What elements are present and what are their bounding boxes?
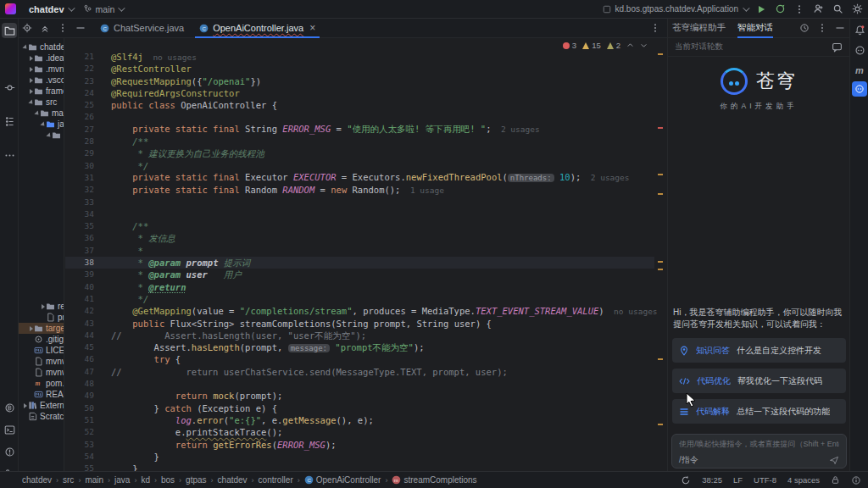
code-line-42[interactable]: 42 @GetMapping(value = "/completions/str… bbox=[65, 305, 654, 317]
code-line-54[interactable]: 54 } bbox=[65, 451, 654, 463]
code-line-50[interactable]: 50 } catch (Exception e) { bbox=[65, 402, 654, 414]
tree-item-.vscode[interactable]: .vscode bbox=[19, 75, 64, 86]
tree-item-chatdev[interactable]: chatdev bbox=[19, 42, 64, 53]
code-line-28[interactable]: 28 /** bbox=[65, 136, 654, 147]
tree-item-framework[interactable]: framework bbox=[19, 86, 64, 97]
commit-tool-icon[interactable] bbox=[2, 80, 17, 95]
code-line-25[interactable]: 25public class OpenAiController { bbox=[65, 99, 654, 111]
breadcrumb-item-controller[interactable]: controller bbox=[259, 475, 293, 485]
panel-kebab-icon[interactable] bbox=[817, 23, 827, 33]
tree-item-main[interactable]: main bbox=[19, 108, 64, 119]
code-line-24[interactable]: 24@RequiredArgsConstructor bbox=[65, 87, 654, 99]
code-line-41[interactable]: 41 */ bbox=[65, 293, 654, 305]
code-line-53[interactable]: 53 return getErrorRes(ERROR_MSG); bbox=[65, 439, 654, 451]
minimize-panel-icon[interactable] bbox=[835, 23, 845, 33]
code-line-23[interactable]: 23@RequestMapping({"/openai"}) bbox=[65, 75, 654, 87]
tree-item-src[interactable]: src bbox=[19, 97, 64, 108]
code-line-30[interactable]: 30 */ bbox=[65, 160, 654, 172]
code-line-49[interactable]: 49 return mock(prompt); bbox=[65, 390, 654, 402]
editor-tab-OpenAiController.java[interactable]: COpenAiController.java× bbox=[192, 19, 323, 37]
more-actions-kebab-icon[interactable] bbox=[794, 4, 804, 14]
suggestion-card-代码解释[interactable]: 代码解释总结一下这段代码的功能 bbox=[672, 399, 846, 424]
tree-item-mvnw.cmd[interactable]: mvnw.cmd bbox=[19, 367, 64, 378]
code-line-43[interactable]: 43 public Flux<String> streamCompletions… bbox=[65, 318, 654, 330]
new-chat-icon[interactable] bbox=[832, 42, 843, 53]
breadcrumb-item-kd[interactable]: kd bbox=[141, 475, 150, 485]
tree-item-java[interactable]: java bbox=[19, 119, 64, 130]
settings-gear-icon[interactable] bbox=[852, 3, 863, 14]
project-widget[interactable]: chatdev bbox=[24, 2, 78, 17]
code-editor[interactable]: 3 15 2 21@Slf4j no usages22@RestControll… bbox=[65, 38, 666, 471]
cangqiong-assistant-icon[interactable] bbox=[852, 81, 867, 97]
code-line-31[interactable]: 31 private static final Executor EXECUTO… bbox=[65, 172, 654, 184]
assistant-tab-智能对话[interactable]: 智能对话 bbox=[737, 19, 773, 37]
code-line-22[interactable]: 22@RestController bbox=[65, 63, 654, 75]
tree-item-.gitignore[interactable]: .gitignore bbox=[19, 334, 64, 345]
code-line-29[interactable]: 29 * 建议更换为自己业务的线程池 bbox=[65, 147, 654, 159]
problems-tool-icon[interactable] bbox=[2, 444, 17, 459]
code-line-27[interactable]: 27 private static final String ERROR_MSG… bbox=[65, 124, 654, 136]
build-tool-icon[interactable] bbox=[2, 400, 17, 415]
tree-item-mvnw[interactable]: mvnw bbox=[19, 356, 64, 367]
quick-command-placeholder[interactable]: /指令 bbox=[679, 454, 698, 466]
breadcrumb-item-streamCompletions[interactable]: mstreamCompletions bbox=[392, 475, 476, 485]
breadcrumb-item-src[interactable]: src bbox=[63, 475, 74, 485]
code-line-55[interactable]: 55 } bbox=[65, 463, 654, 471]
breadcrumb-item-java[interactable]: java bbox=[114, 475, 130, 485]
code-line-35[interactable]: 35 /** bbox=[65, 220, 654, 232]
code-line-32[interactable]: 32 private static final Random RANDOM = … bbox=[65, 184, 654, 196]
locate-file-icon[interactable] bbox=[22, 23, 32, 33]
prev-problem-icon[interactable] bbox=[626, 42, 634, 49]
tree-item-prompt[interactable]: prompt bbox=[19, 312, 64, 323]
tree-item-clipped[interactable] bbox=[19, 130, 64, 141]
terminal-tool-icon[interactable] bbox=[2, 422, 17, 437]
tree-item-LICENSE[interactable]: LICENSE bbox=[19, 345, 64, 356]
tree-item-Scratches and Consoles[interactable]: Scratches and Consoles bbox=[19, 411, 64, 422]
panel-options-kebab-icon[interactable] bbox=[58, 23, 68, 33]
readonly-lock-icon[interactable] bbox=[831, 475, 840, 485]
tree-item-resources[interactable]: resources bbox=[19, 301, 64, 312]
code-line-38[interactable]: 38 * @param prompt 提示词 bbox=[65, 257, 654, 269]
maven-tool-icon[interactable]: m bbox=[852, 63, 867, 78]
editor-tab-ChatService.java[interactable]: CChatService.java bbox=[92, 19, 192, 37]
file-encoding[interactable]: UTF-8 bbox=[754, 475, 776, 485]
tree-item-pom.xml[interactable]: mpom.xml bbox=[19, 378, 64, 389]
run-button[interactable] bbox=[756, 4, 766, 14]
code-line-48[interactable]: 48 bbox=[65, 378, 654, 390]
hide-panel-icon[interactable] bbox=[75, 23, 86, 33]
assistant-smiley-icon[interactable] bbox=[852, 42, 867, 58]
tree-item-.idea[interactable]: .idea bbox=[19, 53, 64, 64]
editor-options-kebab-icon[interactable] bbox=[650, 23, 667, 33]
project-tool-icon[interactable] bbox=[2, 23, 17, 38]
line-separator[interactable]: LF bbox=[733, 475, 743, 485]
inspections-widget[interactable]: 3 15 2 bbox=[563, 41, 648, 50]
suggestion-card-知识问答[interactable]: 知识问答什么是自定义控件开发 bbox=[672, 338, 846, 363]
tree-item-target[interactable]: target bbox=[19, 323, 64, 334]
code-with-me-user-icon[interactable] bbox=[813, 3, 824, 14]
debug-button[interactable] bbox=[775, 3, 786, 14]
caret-position[interactable]: 38:25 bbox=[702, 475, 722, 485]
code-line-34[interactable]: 34 bbox=[65, 208, 654, 220]
code-line-46[interactable]: 46 try { bbox=[65, 353, 654, 365]
code-line-40[interactable]: 40 * @return bbox=[65, 281, 654, 293]
tree-item-.mvn[interactable]: .mvn bbox=[19, 64, 64, 75]
vcs-branch-widget[interactable]: main bbox=[78, 2, 129, 17]
structure-tool-icon[interactable] bbox=[2, 114, 17, 129]
assistant-tab-苍穹编程助手[interactable]: 苍穹编程助手 bbox=[672, 19, 726, 37]
code-line-26[interactable]: 26 bbox=[65, 111, 654, 123]
code-line-51[interactable]: 51 log.error("e:{}", e.getMessage(), e); bbox=[65, 414, 654, 426]
code-line-39[interactable]: 39 * @param user 用户 bbox=[65, 269, 654, 280]
code-line-44[interactable]: 44// Assert.hasLength(user, "user不能为空"); bbox=[65, 330, 654, 341]
collapse-all-icon[interactable] bbox=[40, 23, 50, 33]
breadcrumb-item-gtpas[interactable]: gtpas bbox=[186, 475, 206, 485]
code-line-36[interactable]: 36 * 发信息 bbox=[65, 232, 654, 244]
chat-input-box[interactable]: 使用/唤起快捷指令，或者直接提问（Shift + Enter 换行） /指令 bbox=[671, 434, 847, 469]
breadcrumb-item-main[interactable]: main bbox=[85, 475, 103, 485]
history-icon[interactable] bbox=[799, 23, 810, 33]
tree-item-External Libraries[interactable]: External Libraries bbox=[19, 400, 64, 411]
notifications-bell-icon[interactable] bbox=[852, 22, 867, 37]
code-line-52[interactable]: 52 e.printStackTrace(); bbox=[65, 426, 654, 438]
code-line-37[interactable]: 37 * bbox=[65, 245, 654, 257]
breadcrumb-item-chatdev[interactable]: chatdev bbox=[22, 475, 52, 485]
close-icon[interactable]: × bbox=[309, 22, 315, 34]
